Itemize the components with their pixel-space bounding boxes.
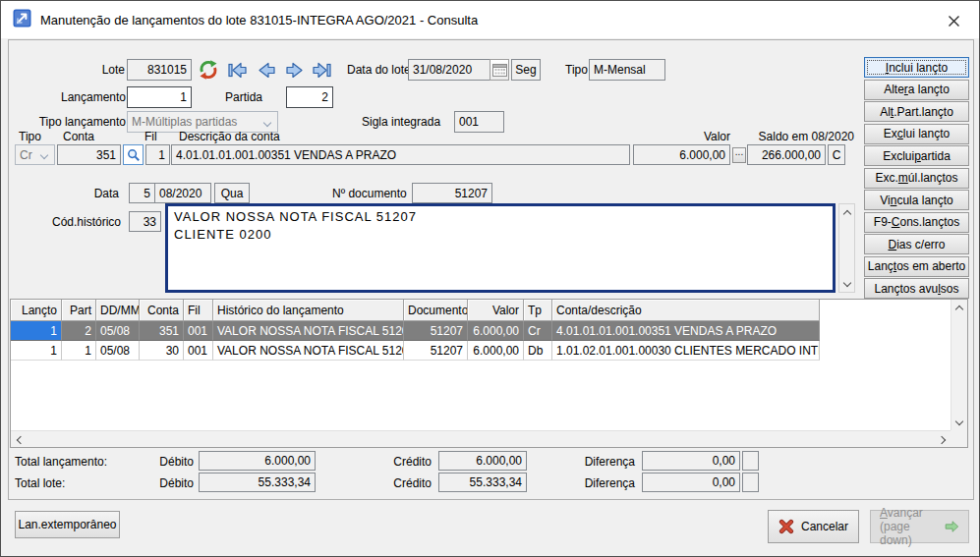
tipo-field: M-Mensal <box>589 59 665 81</box>
close-button[interactable] <box>940 8 967 33</box>
nav-prev-button[interactable] <box>255 60 278 81</box>
grid-hscrollbar[interactable] <box>11 430 951 447</box>
grid-cell[interactable]: 001 <box>184 321 213 341</box>
grid-column-header-8[interactable]: Tp <box>524 300 552 321</box>
nav-last-button[interactable] <box>311 60 334 81</box>
refresh-icon <box>198 59 219 81</box>
grid-row-1[interactable]: 1105/0830001VALOR NOSSA NOTA FISCAL 5120… <box>11 341 820 361</box>
tipo-label: Tipo <box>565 63 588 77</box>
scroll-left-icon <box>16 435 24 443</box>
grid-column-header-6[interactable]: Documento <box>404 300 468 321</box>
calendar-button[interactable] <box>490 59 509 81</box>
window-title: Manutenção de lançamentos do lote 831015… <box>40 13 478 28</box>
grid-cell[interactable]: 1 <box>11 321 62 341</box>
grid-cell[interactable]: Db <box>524 341 552 361</box>
scroll-up-button[interactable] <box>951 302 966 316</box>
grid-column-header-3[interactable]: Conta <box>140 300 184 321</box>
side-button-exclui-lan-to[interactable]: Exclui lançto <box>864 124 969 144</box>
grid-cell[interactable]: VALOR NOSSA NOTA FISCAL 51207 <box>213 321 404 341</box>
refresh-button[interactable] <box>197 58 220 82</box>
debito-label: Débito <box>146 476 194 490</box>
grid-column-header-0[interactable]: Lançto <box>11 300 62 321</box>
side-button-inclui-lan-to[interactable]: Inclui lançto <box>864 57 969 78</box>
grid-cell[interactable]: 1.01.02.01.001.00030 CLIENTES MERCADO IN… <box>552 341 820 361</box>
avancar-button: Avançar (page down) <box>870 510 969 543</box>
side-button-lan-tos-avulsos[interactable]: Lançtos avulsos <box>864 278 969 299</box>
grid-cell[interactable]: Cr <box>524 321 552 341</box>
valor-more-button[interactable]: ... <box>732 147 746 163</box>
side-button-exclui-partida[interactable]: Exclui partida <box>864 145 969 166</box>
conta-field: 351 <box>57 144 121 165</box>
grid-column-header-5[interactable]: Histórico do lançamento <box>213 300 404 321</box>
scroll-down-icon <box>842 278 850 286</box>
scroll-down-button[interactable] <box>839 275 854 290</box>
grid-cell[interactable]: 6.000,00 <box>468 341 524 361</box>
side-button-alt-part-lan-to[interactable]: Alt.Part.lançto <box>864 101 969 122</box>
nav-first-button[interactable] <box>225 60 249 81</box>
scroll-right-button[interactable] <box>934 432 949 447</box>
conta-tipo-value: Cr <box>20 148 32 162</box>
conta-lookup-button[interactable] <box>123 144 144 165</box>
grid-column-header-7[interactable]: Valor <box>468 300 524 321</box>
lookup-icon <box>127 148 141 162</box>
lan-extemporaneo-button[interactable]: Lan.extemporâneo <box>15 511 120 538</box>
grid-column-header-2[interactable]: DD/MM <box>96 300 140 321</box>
cancelar-button[interactable]: Cancelar <box>768 510 859 543</box>
data-do-lote-label: Data do lote <box>347 63 411 77</box>
side-button-lan-tos-em-aberto[interactable]: Lançtos em aberto <box>864 256 969 277</box>
grid-cell[interactable]: 2 <box>62 321 96 341</box>
scroll-down-button[interactable] <box>951 414 966 428</box>
data-monthyear-field: 08/2020 <box>154 183 211 203</box>
nav-next-button[interactable] <box>283 60 307 81</box>
scroll-up-button[interactable] <box>839 206 854 221</box>
grid-column-header-4[interactable]: Fil <box>184 300 213 321</box>
grid-vscrollbar[interactable] <box>951 300 967 430</box>
avancar-label: Avançar (page down) <box>880 506 937 547</box>
partida-field[interactable]: 2 <box>286 86 333 108</box>
grid-column-header-1[interactable]: Part <box>62 300 96 321</box>
grid-cell[interactable]: 05/08 <box>96 341 140 361</box>
grid-cell[interactable]: 351 <box>140 321 184 341</box>
lancamento-field[interactable]: 1 <box>127 86 192 108</box>
historico-textarea[interactable]: VALOR NOSSA NOTA FISCAL 51207 CLIENTE 02… <box>165 203 836 293</box>
historico-line: VALOR NOSSA NOTA FISCAL 51207 <box>174 208 827 226</box>
calendar-icon <box>492 63 507 77</box>
side-button-altera-lan-to[interactable]: Altera lançto <box>864 80 969 100</box>
cod-historico-field: 33 <box>129 211 161 232</box>
grid-cell[interactable]: 05/08 <box>96 321 140 341</box>
total-lote-diferenca: 0,00 <box>642 473 740 492</box>
side-button-vincula-lan-to[interactable]: Vincula lançto <box>864 190 969 210</box>
grid-scroll-corner <box>951 430 967 447</box>
lote-label: Lote <box>58 63 125 77</box>
grid-body: 1205/08351001VALOR NOSSA NOTA FISCAL 512… <box>11 321 820 361</box>
side-button-exc-m-l-lan-tos[interactable]: Exc.múl.lançtos <box>864 168 969 189</box>
historico-line: CLIENTE 0200 <box>174 226 827 244</box>
fil-label: Fil <box>144 130 157 143</box>
grid-cell[interactable]: 1 <box>62 341 96 361</box>
grid-cell[interactable]: VALOR NOSSA NOTA FISCAL 51207 <box>213 341 404 361</box>
grid-cell[interactable]: 6.000,00 <box>468 321 524 341</box>
conta-tipo-label: Tipo <box>19 130 41 143</box>
debito-label: Débito <box>146 455 194 469</box>
grid-cell[interactable]: 1 <box>11 341 62 361</box>
dialog-window: Manutenção de lançamentos do lote 831015… <box>0 0 980 557</box>
partida-label: Partida <box>225 90 262 104</box>
historico-scrollbar[interactable] <box>838 203 855 293</box>
grid-column-header-9[interactable]: Conta/descrição <box>552 300 820 321</box>
grid-cell[interactable]: 4.01.01.01.001.00351 VENDAS A PRAZO <box>552 321 820 341</box>
descricao-conta-field: 4.01.01.01.001.00351 VENDAS A PRAZO <box>171 144 630 165</box>
grid-cell[interactable]: 51207 <box>404 341 468 361</box>
total-lote-label: Total lote: <box>15 476 65 490</box>
total-lancamento-debito: 6.000,00 <box>199 451 316 471</box>
grid-cell[interactable]: 51207 <box>404 321 468 341</box>
saldo-label: Saldo em 08/2020 <box>726 130 854 143</box>
grid-cell[interactable]: 001 <box>184 341 213 361</box>
nav-prev-icon <box>255 60 278 81</box>
grid-row-0[interactable]: 1205/08351001VALOR NOSSA NOTA FISCAL 512… <box>11 321 820 341</box>
scroll-down-icon <box>954 417 962 424</box>
grid-cell[interactable]: 30 <box>140 341 184 361</box>
side-button-f9-cons-lan-tos[interactable]: F9-Cons.lançtos <box>864 212 969 233</box>
diferenca-dc-box <box>742 473 759 492</box>
scroll-left-button[interactable] <box>13 432 28 447</box>
side-button-dias-c-erro[interactable]: Dias c/erro <box>864 234 969 254</box>
